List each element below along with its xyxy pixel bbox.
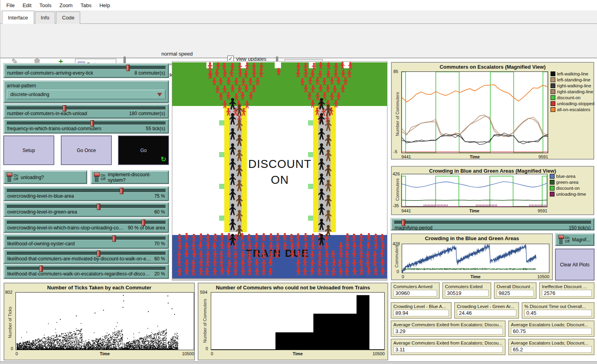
menu-item-tools[interactable]: Tools: [36, 1, 55, 10]
slider-track[interactable]: [7, 121, 166, 125]
commuter-figure: [303, 268, 308, 275]
commuter-figure: [229, 189, 236, 200]
commuter-figure: [318, 189, 325, 200]
commuter-figure: [248, 92, 253, 100]
slider-name: magnifying-period: [395, 225, 432, 231]
commuter-figure: [236, 119, 243, 131]
switch-knob[interactable]: [94, 173, 100, 177]
commuter-figure: [240, 92, 245, 100]
monitor-label: Crowding Level - Green Ar...: [457, 304, 516, 309]
commuter-figure: [212, 77, 217, 85]
tab-info[interactable]: Info: [35, 12, 56, 24]
clear-all-plots-button[interactable]: Clear All Plots: [555, 249, 594, 280]
slider-handle[interactable]: [97, 204, 100, 210]
go-once-button[interactable]: Go Once: [61, 136, 112, 165]
commuter-figure: [229, 158, 236, 170]
switch-knob[interactable]: [7, 173, 12, 177]
slider-number-of-commuters-arriving-e[interactable]: number-of-commuters-arriving-every-tick8…: [4, 64, 169, 78]
commuter-figure: [348, 62, 353, 70]
slider-overcrowding-level-in-blue-are[interactable]: overcrowding-level-in-blue-area75 %: [4, 187, 169, 201]
slider-likelihood-that-commuters-walk[interactable]: likelihood-that-commuters-walk-on-escala…: [4, 264, 169, 279]
slider-handle[interactable]: [63, 105, 66, 112]
x-axis-title: Time: [402, 274, 549, 279]
commuter-figure: [177, 268, 182, 275]
slider-number-of-commuters-in-each-un[interactable]: number-of-commuters-in-each-unload180 co…: [4, 104, 169, 118]
slider-handle[interactable]: [91, 120, 94, 127]
slider-likelihood-of-owning-oyster-ca[interactable]: likelihood-of-owning-oyster-card70 %: [4, 234, 169, 248]
slider-label-row: likelihood-of-owning-oyster-card70 %: [4, 241, 168, 247]
switch-magnify[interactable]: OnOffMagnif...: [555, 233, 594, 246]
commuter-figure: [213, 233, 218, 241]
slider-track[interactable]: [394, 221, 591, 224]
slider-handle[interactable]: [97, 250, 100, 257]
slider-name: overcrowding-level-in-which-trains-stop-…: [7, 225, 125, 231]
menu-item-help[interactable]: Help: [96, 1, 114, 10]
commuter-figure: [219, 250, 224, 258]
commuter-figure: [191, 268, 196, 275]
switch-knob[interactable]: [558, 235, 564, 239]
slider-overcrowding-level-in-green-ar[interactable]: overcrowding-level-in-green-area60 %: [4, 202, 169, 217]
menu-item-edit[interactable]: Edit: [19, 1, 35, 10]
netlogo-window: FileEditToolsZoomTabsHelp InterfaceInfoC…: [0, 0, 597, 364]
setup-button[interactable]: Setup: [4, 136, 54, 165]
commuter-figure: [373, 258, 377, 266]
switch-toggle[interactable]: [559, 235, 562, 244]
slider-frequency-in-which-trains-unlo[interactable]: frequency-in-which-trains-unload-commute…: [4, 119, 169, 133]
menu-item-file[interactable]: File: [3, 1, 18, 10]
slider-track[interactable]: [7, 267, 166, 270]
commuter-figure: [229, 128, 236, 140]
monitor-value: 2576: [542, 290, 592, 297]
slider-handle[interactable]: [126, 65, 130, 71]
commuter-figure: [340, 62, 345, 70]
commuter-figure: [325, 250, 329, 258]
switch-unloading[interactable]: OnOffunloading?: [4, 171, 87, 184]
chooser-arrival-pattern[interactable]: arrival-patterndiscrete-unloading: [4, 81, 169, 103]
commuter-figure: [317, 258, 322, 266]
monitor-value: 0.45: [524, 310, 592, 316]
menu-item-tabs[interactable]: Tabs: [77, 1, 95, 10]
commuter-figure: [206, 251, 210, 259]
slider-handle[interactable]: [120, 188, 123, 194]
slider-likelihood-that-commuters-are-[interactable]: likelihood-that-commuters-are-motivated-…: [4, 249, 169, 264]
commuter-figure: [262, 233, 266, 241]
slider-track[interactable]: [7, 66, 166, 69]
slider-track[interactable]: [7, 205, 166, 208]
slider-track[interactable]: [7, 221, 166, 224]
commuter-figure: [227, 233, 231, 241]
slider-track[interactable]: [7, 252, 166, 255]
commuter-figure: [226, 242, 231, 250]
commuter-figure: [212, 242, 217, 250]
commuter-figure: [296, 233, 300, 241]
slider-handle[interactable]: [39, 266, 43, 272]
go-button[interactable]: Go↻: [118, 136, 169, 165]
switch-implement-discount-system[interactable]: OnOffimplement-discount-system?: [91, 171, 169, 184]
switch-toggle[interactable]: [95, 173, 98, 182]
tab-code[interactable]: Code: [56, 12, 80, 24]
slider-handle[interactable]: [402, 220, 405, 226]
switch-toggle[interactable]: [8, 173, 11, 182]
menu-item-zoom[interactable]: Zoom: [56, 1, 76, 10]
commuter-figure: [380, 259, 385, 267]
slider-track[interactable]: [7, 237, 166, 240]
chooser-value-box[interactable]: discrete-unloading: [7, 90, 166, 99]
slider-track[interactable]: [7, 189, 166, 193]
slider-magnifying-period[interactable]: magnifying-period150 tick(s): [391, 218, 594, 230]
commuter-figure: [304, 85, 308, 92]
slider-handle[interactable]: [142, 220, 145, 226]
commuter-figure: [254, 242, 259, 250]
commuter-figure: [311, 85, 316, 93]
commuter-figure: [330, 92, 335, 100]
commuter-figure: [318, 85, 323, 92]
commuter-figure: [352, 268, 357, 275]
monitor-label: Ineffective Discount ...: [542, 284, 592, 289]
slider-handle[interactable]: [112, 235, 116, 242]
plot-legend: left-walking-lineleft-standing-lineright…: [551, 71, 595, 112]
tab-interface[interactable]: Interface: [2, 11, 34, 24]
slider-track[interactable]: [7, 106, 166, 110]
commuter-figure: [222, 63, 227, 71]
commuter-figure: [330, 77, 335, 85]
monitor-9: Average Commuters Exited from Escalators…: [391, 339, 505, 355]
slider-overcrowding-level-in-which-tr[interactable]: overcrowding-level-in-which-trains-stop-…: [4, 218, 169, 233]
commuter-figure: [315, 77, 320, 85]
commuter-figure: [312, 63, 316, 71]
